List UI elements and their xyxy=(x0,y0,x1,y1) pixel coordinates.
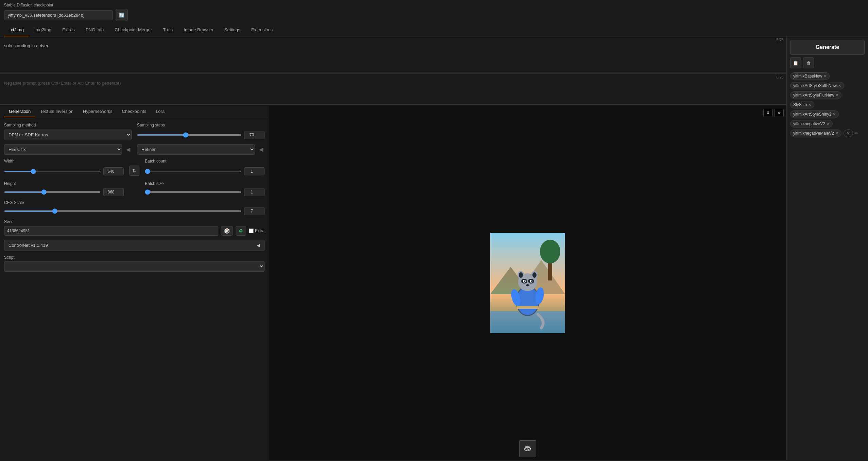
tab-extras[interactable]: Extras xyxy=(57,24,80,36)
negative-prompt-input[interactable] xyxy=(0,74,786,105)
tag-close-button[interactable]: ✕ xyxy=(835,132,838,135)
tab-checkpoint-merger[interactable]: Checkpoint Merger xyxy=(109,24,157,36)
svg-rect-20 xyxy=(517,306,539,309)
swap-dimensions-button[interactable]: ⇅ xyxy=(129,166,139,176)
refiner-row: Refiner ◀ xyxy=(137,144,265,155)
tag-close-button[interactable]: ✕ xyxy=(833,113,836,116)
subtab-lora[interactable]: Lora xyxy=(151,106,169,117)
tag-close-button[interactable]: ✕ xyxy=(838,84,841,88)
extra-checkbox-label[interactable]: Extra xyxy=(249,228,265,233)
tag-close-button[interactable]: ✕ xyxy=(835,93,838,97)
checkpoint-select[interactable]: yiffymix_v36.safetensors [dd61eb284b] xyxy=(4,10,113,20)
seed-delete-button[interactable]: 🎲 xyxy=(221,226,233,236)
tag-close-button[interactable]: ✕ xyxy=(808,103,811,107)
controls-inner: Sampling method DPM++ SDE Karras Samplin… xyxy=(0,117,269,277)
batch-size-slider[interactable] xyxy=(145,191,241,193)
width-input[interactable] xyxy=(103,167,124,175)
subtab-checkpoints[interactable]: Checkpoints xyxy=(117,106,151,117)
copy-to-clipboard-button[interactable]: 📋 xyxy=(790,57,801,68)
batch-count-input[interactable] xyxy=(244,167,265,175)
svg-point-19 xyxy=(532,272,537,278)
sampling-method-label: Sampling method xyxy=(4,123,132,127)
controlnet-bar[interactable]: ControlNet v1.1.419 ◀ xyxy=(4,240,265,251)
cfg-scale-input[interactable] xyxy=(244,207,265,215)
height-group: Height xyxy=(4,181,124,196)
sampling-row: Sampling method DPM++ SDE Karras Samplin… xyxy=(4,123,265,140)
triangle-down-icon: ◀ xyxy=(126,147,130,152)
tab-txt2img[interactable]: txt2img xyxy=(4,24,29,36)
subtabs: Generation Textual Inversion Hypernetwor… xyxy=(0,106,269,117)
height-input[interactable] xyxy=(103,188,124,196)
sampling-steps-slider[interactable] xyxy=(137,134,241,136)
hires-fix-row: Hires. fix ◀ xyxy=(4,144,132,155)
tab-img2img[interactable]: img2img xyxy=(29,24,57,36)
tag-yiffmixnegativeV2: yiffmixnegativeV2 ✕ xyxy=(790,120,833,127)
seed-row: 🎲 ♻ Extra xyxy=(4,226,265,236)
left-panel: 5/75 solo standing in a river 0/75 Gener… xyxy=(0,36,786,460)
refiner-select[interactable]: Refiner xyxy=(137,144,255,155)
download-icon: ⬇ xyxy=(766,110,770,115)
image-download-button[interactable]: ⬇ xyxy=(763,109,773,117)
trash-button[interactable]: 🗑 xyxy=(803,57,814,68)
sampling-steps-input[interactable] xyxy=(244,131,265,139)
tag-yiffmixArtStyleShiny2: yiffmixArtStyleShiny2 ✕ xyxy=(790,110,839,118)
extra-checkbox[interactable] xyxy=(249,228,254,233)
seed-label: Seed xyxy=(4,219,265,224)
tab-train[interactable]: Train xyxy=(157,24,178,36)
hires-fix-toggle-button[interactable]: ◀ xyxy=(125,146,132,153)
checkpoint-label: Stable Diffusion checkpoint xyxy=(4,3,128,7)
sampling-method-group: Sampling method DPM++ SDE Karras xyxy=(4,123,132,140)
sampling-steps-slider-container xyxy=(137,130,265,140)
width-slider-container xyxy=(4,166,124,177)
batch-size-slider-container xyxy=(145,188,265,196)
bottom-area: Generation Textual Inversion Hypernetwor… xyxy=(0,106,786,460)
seed-recycle-button[interactable]: ♻ xyxy=(236,226,246,236)
svg-text:🦝: 🦝 xyxy=(524,444,532,452)
seed-input[interactable] xyxy=(4,226,218,236)
tag-close-button[interactable]: ✕ xyxy=(823,74,827,78)
generated-image-container xyxy=(490,233,565,333)
checkpoint-wrapper: Stable Diffusion checkpoint yiffymix_v36… xyxy=(4,3,128,21)
spacer xyxy=(129,181,139,196)
top-bar: Stable Diffusion checkpoint yiffymix_v36… xyxy=(0,0,868,24)
script-select[interactable] xyxy=(4,261,265,272)
subtab-hypernetworks[interactable]: Hypernetworks xyxy=(78,106,117,117)
image-close-button[interactable]: ✕ xyxy=(774,109,784,117)
pen-icon: ✏ xyxy=(854,131,858,136)
tag-yiffmixArtStyleSoft5New: yiffmixArtStyleSoft5New ✕ xyxy=(790,82,844,89)
subtab-textual-inversion[interactable]: Textual Inversion xyxy=(35,106,78,117)
refiner-toggle-button[interactable]: ◀ xyxy=(258,146,265,153)
recycle-icon: ♻ xyxy=(239,228,243,234)
dice-icon: 🎲 xyxy=(224,228,230,234)
batch-count-slider[interactable] xyxy=(145,171,241,172)
subtab-generation[interactable]: Generation xyxy=(4,106,35,117)
sampling-method-select[interactable]: DPM++ SDE Karras xyxy=(4,130,132,140)
height-slider[interactable] xyxy=(4,191,101,193)
cfg-scale-group: CFG Scale xyxy=(4,200,265,215)
positive-prompt-input[interactable]: solo standing in a river xyxy=(0,36,786,72)
generate-button[interactable]: Generate xyxy=(790,40,865,55)
tag-yiffmixBaseNew: yiffmixBaseNew ✕ xyxy=(790,72,830,80)
tag-yiffmixnegativeMaleV2: yiffmixnegativeMaleV2 ✕ xyxy=(790,130,841,137)
tab-png-info[interactable]: PNG Info xyxy=(80,24,109,36)
hires-fix-select[interactable]: Hires. fix xyxy=(4,144,122,155)
height-batch-size-row: Height Batch size xyxy=(4,181,265,196)
main-tabs: txt2img img2img Extras PNG Info Checkpoi… xyxy=(0,24,868,36)
tab-image-browser[interactable]: Image Browser xyxy=(178,24,219,36)
refresh-checkpoint-button[interactable]: 🔄 xyxy=(116,9,128,21)
batch-size-input[interactable] xyxy=(244,188,265,196)
thumbnail-item[interactable]: 🦝 xyxy=(519,440,536,457)
height-slider-container xyxy=(4,188,124,196)
positive-prompt-counter: 5/75 xyxy=(777,38,784,42)
tag-close-button[interactable]: ✕ xyxy=(827,122,830,126)
svg-point-15 xyxy=(526,284,529,286)
negative-prompt-container: 0/75 xyxy=(0,74,786,106)
width-slider[interactable] xyxy=(4,171,101,172)
cfg-scale-slider-container xyxy=(4,207,265,215)
cfg-scale-slider[interactable] xyxy=(4,210,241,212)
tab-settings[interactable]: Settings xyxy=(219,24,246,36)
tab-extensions[interactable]: Extensions xyxy=(246,24,278,36)
edit-tags-button[interactable]: ✏ xyxy=(854,131,858,136)
tag-label: yiffmixArtStyleFlurNew xyxy=(793,93,834,98)
tag-add-button[interactable]: ✕ xyxy=(844,130,853,137)
